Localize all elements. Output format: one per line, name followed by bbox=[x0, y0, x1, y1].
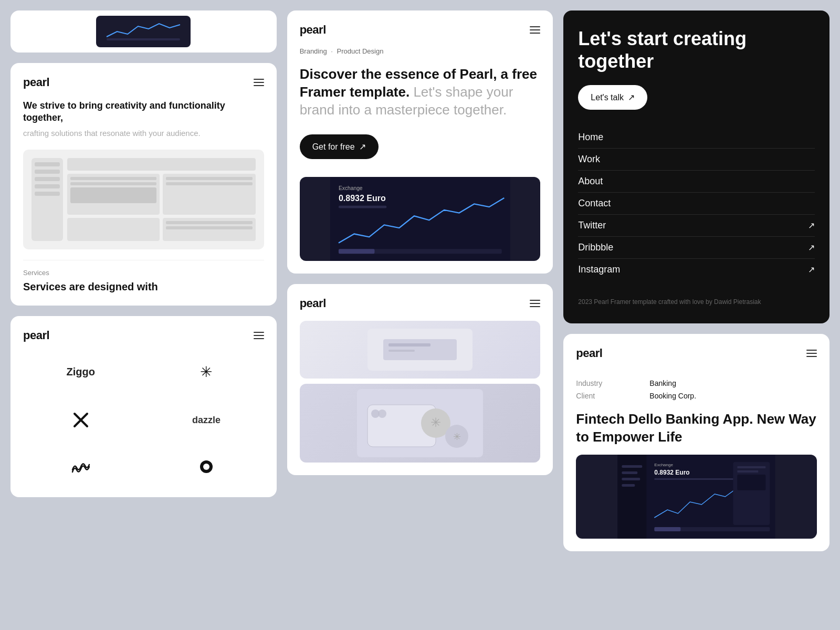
industry-label: Industry bbox=[576, 379, 618, 387]
nav-label-work: Work bbox=[578, 154, 600, 165]
svg-text:0.8932 Euro: 0.8932 Euro bbox=[339, 194, 386, 203]
mockup-line-6 bbox=[166, 226, 252, 229]
svg-rect-0 bbox=[101, 18, 185, 45]
mockup-line-1 bbox=[70, 177, 156, 180]
nav-item-work[interactable]: Work bbox=[578, 149, 815, 171]
pearl-logo-1: pearl bbox=[23, 76, 49, 89]
column-3: Let's start creating together Let's talk… bbox=[563, 10, 830, 551]
svg-rect-13 bbox=[388, 350, 415, 352]
nav-item-instagram[interactable]: Instagram ↗ bbox=[578, 259, 815, 280]
chart-svg: Exchange 0.8932 Euro bbox=[300, 177, 541, 261]
get-free-label: Get for free bbox=[312, 142, 355, 152]
dark-nav-card: Let's start creating together Let's talk… bbox=[563, 10, 830, 323]
product-card-svg bbox=[368, 329, 472, 371]
sidebar-item-2 bbox=[35, 170, 60, 174]
logo-dazzle: dazzle bbox=[149, 402, 264, 438]
dribbble-arrow-icon: ↗ bbox=[808, 243, 815, 253]
banking-chart-preview: Exchange 0.8932 Euro bbox=[576, 455, 817, 539]
meta-row-client: Client Booking Corp. bbox=[576, 392, 817, 400]
svg-text:✳: ✳ bbox=[430, 415, 441, 429]
hamburger-menu-col2[interactable] bbox=[530, 26, 540, 34]
pearl-logo-2: pearl bbox=[23, 329, 49, 342]
x-icon bbox=[73, 412, 89, 428]
breadcrumb: Branding · Product Design bbox=[300, 47, 541, 55]
banking-title: Fintech Dello Banking App. New Way to Em… bbox=[576, 411, 817, 446]
logo-circle bbox=[149, 449, 264, 485]
svg-text:0.8932 Euro: 0.8932 Euro bbox=[655, 469, 690, 476]
nav-item-dribbble[interactable]: Dribbble ↗ bbox=[578, 237, 815, 259]
app-mockup bbox=[23, 150, 264, 249]
svg-text:Exchange: Exchange bbox=[655, 463, 674, 467]
dark-preview-thumbnail bbox=[96, 16, 191, 47]
mockup-block-1 bbox=[70, 187, 156, 203]
nav-label-home: Home bbox=[578, 132, 603, 143]
hamburger-menu-1[interactable] bbox=[254, 79, 264, 86]
mockup-line-5 bbox=[166, 221, 252, 224]
services-section: Services Services are designed with bbox=[23, 260, 264, 293]
col2-hero-card: pearl Branding · Product Design Discover… bbox=[287, 10, 553, 274]
banking-chart-svg: Exchange 0.8932 Euro bbox=[576, 455, 817, 539]
svg-text:Exchange: Exchange bbox=[339, 186, 363, 192]
logo-ziggo: Ziggo bbox=[23, 353, 138, 391]
mockup-panel-2 bbox=[163, 174, 255, 215]
main-heading: Discover the essence of Pearl, a free Fr… bbox=[300, 66, 541, 119]
svg-rect-37 bbox=[738, 475, 766, 490]
pearl-logo-banking: pearl bbox=[576, 346, 602, 360]
product-image-top bbox=[300, 321, 541, 379]
mockup-header-bar bbox=[67, 158, 256, 171]
hamburger-menu-banking[interactable] bbox=[806, 350, 817, 357]
nav-item-home[interactable]: Home bbox=[578, 127, 815, 149]
card-header-1: pearl bbox=[23, 76, 264, 89]
col1-tagline-card: pearl We strive to bring creativity and … bbox=[10, 63, 277, 306]
hamburger-menu-col2-2[interactable] bbox=[530, 300, 540, 307]
svg-rect-33 bbox=[655, 527, 681, 531]
logo-x bbox=[23, 402, 138, 438]
instagram-arrow-icon: ↗ bbox=[808, 265, 815, 275]
top-preview-card bbox=[10, 10, 277, 52]
chart-preview-col2: Exchange 0.8932 Euro bbox=[300, 177, 541, 261]
pearl-logo-col2: pearl bbox=[300, 23, 326, 37]
lets-talk-button[interactable]: Let's talk ↗ bbox=[578, 85, 647, 110]
services-label: Services bbox=[23, 269, 264, 277]
nav-item-about[interactable]: About bbox=[578, 171, 815, 193]
svg-rect-35 bbox=[738, 466, 766, 468]
card-header-col2-2: pearl bbox=[300, 297, 541, 310]
breadcrumb-separator: · bbox=[331, 47, 334, 55]
svg-text:✳: ✳ bbox=[453, 432, 460, 442]
svg-rect-7 bbox=[339, 206, 386, 208]
get-free-button[interactable]: Get for free ↗ bbox=[300, 134, 379, 159]
nav-list: Home Work About Contact Twitter ↗ Dribbb… bbox=[578, 127, 815, 280]
card-header-col2: pearl bbox=[300, 23, 541, 37]
mockup-inner bbox=[32, 158, 256, 241]
nav-label-about: About bbox=[578, 176, 603, 187]
mockup-line-4 bbox=[166, 182, 252, 185]
tagline-text: We strive to bring creativity and functi… bbox=[23, 100, 264, 124]
column-1: pearl We strive to bring creativity and … bbox=[10, 10, 277, 551]
mockup-panel-3 bbox=[67, 218, 160, 241]
column-2: pearl Branding · Product Design Discover… bbox=[287, 10, 553, 551]
mockup-line-2 bbox=[70, 182, 156, 185]
mockup-content bbox=[67, 158, 256, 241]
mockup-line-3 bbox=[166, 177, 252, 180]
sidebar-item-3 bbox=[35, 177, 60, 181]
logo-asterisk: ✳ bbox=[149, 353, 264, 391]
svg-rect-36 bbox=[738, 470, 759, 472]
mockup-panel-4 bbox=[163, 218, 255, 241]
get-free-arrow: ↗ bbox=[359, 142, 366, 152]
nav-item-twitter[interactable]: Twitter ↗ bbox=[578, 215, 815, 237]
nav-item-contact[interactable]: Contact bbox=[578, 193, 815, 215]
sidebar-item-4 bbox=[35, 184, 60, 188]
nav-label-instagram: Instagram bbox=[578, 264, 620, 275]
svg-rect-12 bbox=[388, 343, 430, 346]
svg-rect-25 bbox=[622, 465, 643, 468]
svg-rect-9 bbox=[339, 249, 375, 254]
services-title: Services are designed with bbox=[23, 281, 264, 293]
lets-start-heading: Let's start creating together bbox=[578, 27, 815, 72]
nav-label-contact: Contact bbox=[578, 198, 611, 209]
logos-grid: Ziggo ✳ dazzle bbox=[23, 353, 264, 485]
hamburger-menu-2[interactable] bbox=[254, 332, 264, 339]
sidebar-item-5 bbox=[35, 192, 60, 196]
banking-card: pearl Industry Banking Client Booking Co… bbox=[563, 334, 830, 551]
nav-label-twitter: Twitter bbox=[578, 220, 606, 231]
circle-icon bbox=[199, 459, 214, 474]
